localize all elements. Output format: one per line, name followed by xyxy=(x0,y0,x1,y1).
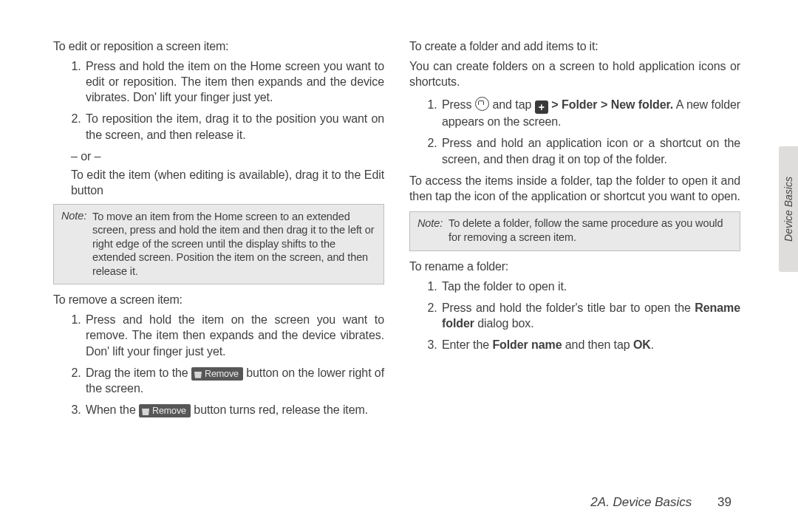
menu-path: > Folder > New folder. xyxy=(548,98,673,111)
step-text: and tap xyxy=(489,98,535,111)
heading-create-folder: To create a folder and add items to it: xyxy=(409,38,740,54)
trash-icon xyxy=(194,370,202,378)
list-item: Press and hold the item on the Home scre… xyxy=(84,58,384,105)
intro-paragraph: You can create folders on a screen to ho… xyxy=(409,58,740,89)
step-text: dialog box. xyxy=(474,317,534,330)
remove-button-chip: Remove xyxy=(191,367,243,381)
heading-rename-folder: To rename a folder: xyxy=(409,259,740,274)
step-text: Drag the item to the xyxy=(86,366,191,379)
footer-section: 2A. Device Basics xyxy=(590,495,692,509)
remove-button-chip: Remove xyxy=(139,404,191,417)
list-item: Press and tap + > Folder > New folder. A… xyxy=(440,97,740,129)
step-text: Enter the xyxy=(442,338,492,351)
page-footer: 2A. Device Basics 39 xyxy=(590,495,732,510)
list-create-folder: Press and tap + > Folder > New folder. A… xyxy=(409,97,740,166)
field-name: Folder name xyxy=(492,338,562,351)
right-column: To create a folder and add items to it: … xyxy=(409,38,740,510)
ok-button-label: OK xyxy=(633,338,651,351)
access-folder-paragraph: To access the items inside a folder, tap… xyxy=(409,173,740,204)
home-button-icon xyxy=(475,97,489,111)
page-number: 39 xyxy=(717,495,732,509)
note-box-move-item: Note: To move an item from the Home scre… xyxy=(53,204,384,284)
edit-instruction: To edit the item (when editing is availa… xyxy=(71,167,384,198)
list-item: Press and hold the folder's title bar to… xyxy=(440,300,740,331)
note-body: To delete a folder, follow the same proc… xyxy=(449,216,732,244)
note-label: Note: xyxy=(417,216,449,231)
list-item: Drag the item to the Remove button on th… xyxy=(84,365,384,396)
step-text: button turns red, release the item. xyxy=(191,403,368,416)
list-item: To reposition the item, drag it to the p… xyxy=(84,111,384,142)
or-separator: – or – xyxy=(71,149,384,164)
step-text: . xyxy=(651,338,654,351)
heading-remove-item: To remove a screen item: xyxy=(53,292,384,307)
step-text: Press and hold the folder's title bar to… xyxy=(442,301,695,314)
side-tab-label: Device Basics xyxy=(782,177,794,242)
step-text: To reposition the item, drag it to the p… xyxy=(86,112,384,140)
remove-label: Remove xyxy=(152,406,186,416)
note-label: Note: xyxy=(61,209,92,223)
list-item: Enter the Folder name and then tap OK. xyxy=(440,337,740,352)
list-item: Press and hold the item on the screen yo… xyxy=(84,312,384,358)
remove-label: Remove xyxy=(205,369,239,379)
step-text: and then tap xyxy=(562,338,632,351)
list-item: When the Remove button turns red, releas… xyxy=(84,402,384,417)
note-body: To move an item from the Home screen to … xyxy=(92,210,376,279)
list-item: Tap the folder to open it. xyxy=(440,279,740,294)
trash-icon xyxy=(142,407,149,415)
left-column: To edit or reposition a screen item: Pre… xyxy=(53,38,384,510)
page-body: To edit or reposition a screen item: Pre… xyxy=(53,38,746,510)
heading-edit-reposition: To edit or reposition a screen item: xyxy=(53,38,384,54)
list-remove-item: Press and hold the item on the screen yo… xyxy=(53,312,384,417)
list-item: Press and hold an application icon or a … xyxy=(440,135,740,166)
plus-icon: + xyxy=(535,100,548,114)
section-side-tab: Device Basics xyxy=(779,146,798,272)
list-rename-folder: Tap the folder to open it. Press and hol… xyxy=(409,279,740,352)
step-text: Press xyxy=(442,98,475,111)
step-text: When the xyxy=(86,403,139,416)
list-edit-reposition: Press and hold the item on the Home scre… xyxy=(53,58,384,143)
note-box-delete-folder: Note: To delete a folder, follow the sam… xyxy=(409,211,740,251)
